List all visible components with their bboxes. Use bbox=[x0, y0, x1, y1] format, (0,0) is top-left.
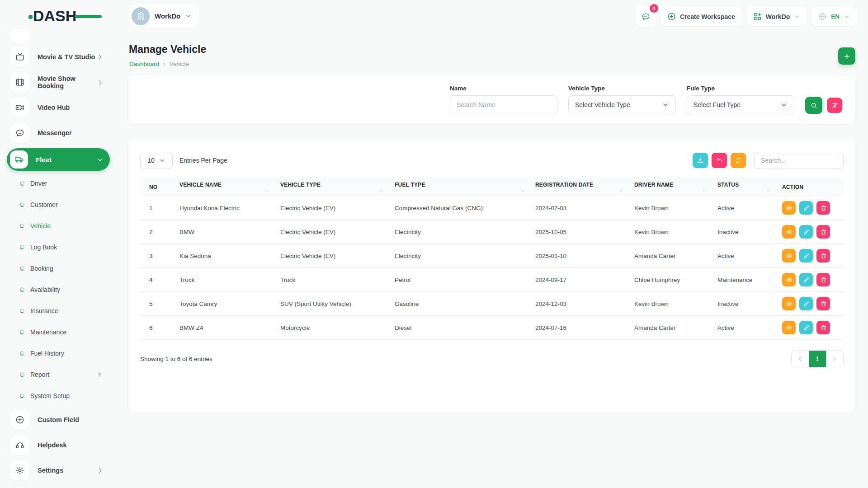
sidebar-item-messenger[interactable]: Messenger bbox=[7, 123, 110, 143]
edit-button[interactable] bbox=[799, 225, 813, 239]
chevron-down-icon bbox=[185, 13, 192, 19]
sort-icon[interactable]: ↑↓ bbox=[520, 188, 524, 193]
refresh-button[interactable] bbox=[731, 153, 746, 168]
messages-button[interactable]: 0 bbox=[636, 6, 656, 27]
export-button[interactable] bbox=[693, 153, 708, 168]
add-vehicle-button[interactable] bbox=[838, 47, 855, 65]
bullet-icon bbox=[19, 351, 25, 356]
delete-button[interactable] bbox=[816, 225, 830, 239]
refresh-icon bbox=[735, 157, 742, 164]
sort-icon[interactable]: ↑↓ bbox=[265, 188, 269, 193]
pencil-icon bbox=[803, 277, 810, 283]
cell-driver-name: Kevin Brown bbox=[634, 197, 717, 221]
fuel-type-select[interactable]: Select Fuel Type bbox=[687, 95, 794, 114]
search-icon bbox=[810, 102, 818, 109]
sidebar-item-customer[interactable]: Customer bbox=[7, 194, 110, 215]
sidebar-item-booking[interactable]: Booking bbox=[7, 258, 110, 279]
sidebar-item-report[interactable]: Report bbox=[7, 364, 110, 385]
col-fuel-type[interactable]: ↑↓FUEL TYPE bbox=[395, 178, 535, 197]
sort-icon[interactable]: ↑↓ bbox=[379, 188, 383, 193]
sidebar-item-driver[interactable]: Driver bbox=[7, 173, 110, 194]
sidebar-item-availability[interactable]: Availability bbox=[7, 279, 110, 300]
apply-filter-button[interactable] bbox=[805, 97, 822, 114]
brand-logo[interactable]: DASH bbox=[28, 7, 101, 25]
video-camera-icon bbox=[10, 98, 30, 117]
col-status[interactable]: ↑↓STATUS bbox=[717, 178, 782, 197]
bullet-icon bbox=[19, 393, 25, 399]
bullet-icon bbox=[19, 223, 25, 229]
delete-button[interactable] bbox=[816, 201, 830, 215]
view-button[interactable] bbox=[782, 225, 796, 239]
sidebar: DASH Movie & TV Studio Movie Show Bookin… bbox=[0, 0, 118, 488]
view-button[interactable] bbox=[782, 201, 796, 215]
sidebar-item-system-setup[interactable]: System Setup bbox=[7, 385, 110, 406]
col-vehicle-type[interactable]: ↑↓VEHICLE TYPE bbox=[280, 178, 395, 197]
table-row: 2 BMW Electric Vehicle (EV) Electricity … bbox=[140, 221, 844, 244]
chevron-right-icon bbox=[831, 356, 838, 362]
sidebar-item-video-hub[interactable]: Video Hub bbox=[7, 98, 110, 117]
logo-dot-icon bbox=[28, 15, 33, 19]
sidebar-item-log-book[interactable]: Log Book bbox=[7, 236, 110, 258]
sidebar-item-custom-field[interactable]: Custom Field bbox=[7, 410, 110, 430]
undo-button[interactable] bbox=[712, 153, 727, 168]
edit-button[interactable] bbox=[799, 321, 813, 334]
delete-button[interactable] bbox=[816, 321, 830, 334]
previous-page-button[interactable] bbox=[792, 351, 809, 367]
delete-button[interactable] bbox=[816, 297, 830, 310]
breadcrumb-dashboard-link[interactable]: Dashboard bbox=[129, 61, 159, 67]
sidebar-item-fuel-history[interactable]: Fuel History bbox=[7, 343, 110, 364]
next-page-button[interactable] bbox=[826, 351, 843, 367]
workspace-selector[interactable]: WorkDo bbox=[129, 5, 199, 28]
view-button[interactable] bbox=[782, 273, 796, 286]
chevron-right-icon bbox=[97, 54, 104, 61]
sidebar-item-vehicle[interactable]: Vehicle bbox=[7, 215, 110, 236]
cell-status: Active bbox=[717, 316, 782, 340]
bullet-icon bbox=[19, 181, 25, 186]
plus-circle-icon bbox=[10, 410, 30, 430]
table-row: 4 Truck Truck Petrol 2024-09-17 Chloe Hu… bbox=[140, 268, 844, 292]
col-no[interactable]: NO bbox=[140, 178, 179, 197]
clear-filter-button[interactable] bbox=[827, 98, 842, 113]
sidebar-item-fleet[interactable]: Fleet bbox=[7, 148, 110, 171]
sort-icon[interactable]: ↑↓ bbox=[767, 188, 770, 193]
view-button[interactable] bbox=[782, 249, 796, 263]
vehicle-type-select[interactable]: Select Vehicle Type bbox=[568, 95, 676, 114]
edit-button[interactable] bbox=[799, 201, 813, 215]
sidebar-item-movie-tv-studio[interactable]: Movie & TV Studio bbox=[7, 47, 110, 67]
cell-vehicle-type: Motorcycle bbox=[280, 316, 395, 340]
entries-per-page-select[interactable]: 10 bbox=[140, 152, 173, 169]
page-number[interactable]: 1 bbox=[809, 351, 826, 367]
row-actions bbox=[782, 268, 839, 291]
cell-no: 5 bbox=[140, 292, 179, 316]
view-button[interactable] bbox=[782, 297, 796, 310]
language-selector[interactable]: EN bbox=[811, 7, 857, 26]
edit-button[interactable] bbox=[799, 249, 813, 263]
table-search-input[interactable] bbox=[754, 152, 844, 169]
edit-button[interactable] bbox=[799, 297, 813, 310]
create-workspace-button[interactable]: Create Workspace bbox=[660, 7, 742, 26]
sidebar-item-movie-show-booking[interactable]: Movie Show Booking bbox=[7, 72, 110, 92]
col-vehicle-name[interactable]: ↑↓VEHICLE NAME bbox=[179, 178, 280, 197]
bullet-icon bbox=[19, 308, 25, 314]
col-registration-date[interactable]: ↑↓REGISTRATION DATE bbox=[535, 178, 634, 197]
entries-per-page-label: Entries Per Page bbox=[179, 157, 227, 164]
chevron-down-icon bbox=[794, 14, 800, 20]
workspace-name: WorkDo bbox=[155, 12, 180, 20]
workdo-menu-button[interactable]: WorkDo bbox=[746, 7, 807, 26]
delete-button[interactable] bbox=[816, 249, 830, 263]
edit-button[interactable] bbox=[799, 273, 813, 286]
cell-status: Active bbox=[717, 244, 782, 268]
sidebar-item-settings[interactable]: Settings bbox=[7, 460, 110, 480]
col-driver-name[interactable]: ↑↓DRIVER NAME bbox=[634, 178, 717, 197]
view-button[interactable] bbox=[782, 321, 796, 334]
name-search-input[interactable] bbox=[457, 101, 551, 108]
sidebar-item-maintenance[interactable]: Maintenance bbox=[7, 321, 110, 343]
delete-button[interactable] bbox=[816, 273, 830, 286]
sort-icon[interactable]: ↑↓ bbox=[702, 188, 706, 193]
pencil-icon bbox=[803, 300, 810, 307]
cell-vehicle-name: BMW Z4 bbox=[179, 316, 280, 340]
sidebar-item-insurance[interactable]: Insurance bbox=[7, 300, 110, 321]
sidebar-item-helpdesk[interactable]: Helpdesk bbox=[7, 435, 110, 455]
sort-icon[interactable]: ↑↓ bbox=[619, 188, 623, 193]
trash-icon bbox=[820, 324, 827, 331]
